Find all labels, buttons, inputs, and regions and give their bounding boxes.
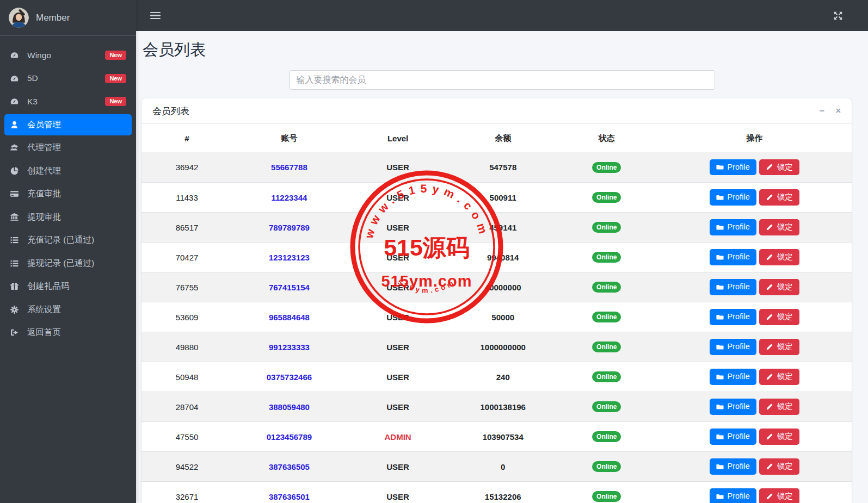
member-balance: 459141 xyxy=(450,223,556,232)
sidebar-item-wingo[interactable]: WingoNew xyxy=(4,45,132,66)
sidebar: Member WingoNew5DNewK3New会员管理代理管理创建代理充值审… xyxy=(0,0,136,503)
sidebar-item-recharge-records[interactable]: 充值记录 (已通过) xyxy=(4,229,132,251)
sidebar-item-back-home[interactable]: 返回首页 xyxy=(4,322,132,343)
close-icon[interactable]: × xyxy=(836,106,841,115)
member-id: 28704 xyxy=(141,402,232,412)
member-account-link[interactable]: 965884648 xyxy=(269,313,310,322)
pencil-icon xyxy=(766,463,773,470)
profile-button-label: Profile xyxy=(728,252,750,262)
sidebar-brand: Member xyxy=(0,0,136,36)
status-badge: Online xyxy=(592,431,621,442)
column-header-level: Level xyxy=(346,134,450,143)
member-account-link[interactable]: 767415154 xyxy=(269,283,310,292)
sidebar-item-label: 充值审批 xyxy=(27,188,61,200)
new-badge: New xyxy=(105,74,126,83)
member-balance: 40000000 xyxy=(450,283,556,292)
member-account-link[interactable]: 991233333 xyxy=(269,343,310,352)
card-title: 会员列表 xyxy=(152,105,189,117)
lock-button[interactable]: 锁定 xyxy=(759,279,799,295)
sidebar-item-create-giftcode[interactable]: 创建礼品码 xyxy=(4,276,132,297)
profile-button[interactable]: Profile xyxy=(710,249,756,265)
lock-button[interactable]: 锁定 xyxy=(759,399,799,414)
member-account-link[interactable]: 388059480 xyxy=(269,402,310,412)
member-level: USER xyxy=(346,163,450,172)
folder-icon xyxy=(716,223,724,231)
sidebar-item-label: 创建代理 xyxy=(27,165,61,177)
lock-button[interactable]: 锁定 xyxy=(759,159,799,175)
hamburger-menu-icon[interactable] xyxy=(150,10,161,21)
table-row: 70427123123123USER9940814OnlineProfile锁定 xyxy=(141,242,852,272)
member-account-link[interactable]: 387636501 xyxy=(269,492,310,501)
sidebar-item-5d[interactable]: 5DNew xyxy=(4,68,132,89)
member-list-card: 会员列表 − × # 账号 Level 余额 状态 操作 36942556677… xyxy=(141,98,852,503)
profile-button-label: Profile xyxy=(728,462,750,471)
lock-button-label: 锁定 xyxy=(777,163,793,172)
sidebar-item-withdraw-approval[interactable]: 提现审批 xyxy=(4,207,132,228)
lock-button[interactable]: 锁定 xyxy=(759,458,799,474)
sidebar-item-label: 系统设置 xyxy=(27,304,61,315)
member-balance: 500911 xyxy=(450,193,556,202)
lock-button[interactable]: 锁定 xyxy=(759,309,799,325)
member-account-link[interactable]: 123123123 xyxy=(269,253,310,262)
lock-button[interactable]: 锁定 xyxy=(759,249,799,265)
member-id: 36942 xyxy=(141,163,232,172)
sidebar-item-agent-management[interactable]: 代理管理 xyxy=(4,137,132,158)
profile-button[interactable]: Profile xyxy=(710,488,756,503)
sidebar-item-create-agent[interactable]: 创建代理 xyxy=(4,160,132,182)
member-level: USER xyxy=(346,462,450,471)
profile-button[interactable]: Profile xyxy=(710,309,756,325)
table-row: 76755767415154USER40000000OnlineProfile锁… xyxy=(141,272,852,302)
profile-button-label: Profile xyxy=(728,163,750,172)
member-account-link[interactable]: 0375732466 xyxy=(267,372,312,382)
member-account-link[interactable]: 789789789 xyxy=(269,223,310,232)
profile-button[interactable]: Profile xyxy=(710,279,756,295)
profile-button[interactable]: Profile xyxy=(710,219,756,235)
member-account-link[interactable]: 55667788 xyxy=(271,163,307,172)
member-level: USER xyxy=(346,492,450,501)
table-row: 1143311223344USER500911OnlineProfile锁定 xyxy=(141,182,852,212)
sidebar-item-member-management[interactable]: 会员管理 xyxy=(4,114,132,135)
sidebar-item-recharge-approval[interactable]: 充值审批 xyxy=(4,183,132,204)
profile-button[interactable]: Profile xyxy=(710,339,756,355)
member-search-input[interactable] xyxy=(290,70,715,90)
minimize-icon[interactable]: − xyxy=(820,106,824,115)
member-account-link[interactable]: 387636505 xyxy=(269,462,310,471)
member-balance: 50000 xyxy=(450,313,556,322)
lock-button-label: 锁定 xyxy=(777,312,793,321)
sidebar-item-system-settings[interactable]: 系统设置 xyxy=(4,299,132,320)
member-account-link[interactable]: 11223344 xyxy=(271,193,307,202)
profile-button[interactable]: Profile xyxy=(710,458,756,474)
member-account-link[interactable]: 0123456789 xyxy=(267,432,312,442)
profile-button[interactable]: Profile xyxy=(710,159,756,175)
sidebar-item-withdraw-records[interactable]: 提现记录 (已通过) xyxy=(4,253,132,274)
lock-button[interactable]: 锁定 xyxy=(759,429,799,444)
brand-label: Member xyxy=(36,13,70,23)
sidebar-item-label: 创建礼品码 xyxy=(27,281,70,292)
member-id: 76755 xyxy=(141,283,232,292)
pencil-icon xyxy=(766,163,773,171)
lock-button[interactable]: 锁定 xyxy=(759,369,799,384)
member-id: 94522 xyxy=(141,462,232,471)
lock-button-label: 锁定 xyxy=(777,282,793,291)
member-level: USER xyxy=(346,343,450,352)
lock-button[interactable]: 锁定 xyxy=(759,219,799,235)
fullscreen-expand-icon[interactable] xyxy=(833,11,843,21)
profile-button[interactable]: Profile xyxy=(710,429,756,444)
column-header-actions: 操作 xyxy=(657,133,852,144)
profile-button[interactable]: Profile xyxy=(710,399,756,414)
folder-icon xyxy=(716,283,724,291)
sidebar-item-k3[interactable]: K3New xyxy=(4,91,132,112)
list-icon xyxy=(10,236,21,245)
profile-button[interactable]: Profile xyxy=(710,189,756,205)
table-row: 49880991233333USER1000000000OnlineProfil… xyxy=(141,332,852,362)
lock-button[interactable]: 锁定 xyxy=(759,339,799,355)
member-level: USER xyxy=(346,283,450,292)
lock-button[interactable]: 锁定 xyxy=(759,488,799,503)
lock-button[interactable]: 锁定 xyxy=(759,189,799,205)
member-level: USER xyxy=(346,313,450,322)
new-badge: New xyxy=(105,51,126,60)
profile-button[interactable]: Profile xyxy=(710,369,756,384)
status-badge: Online xyxy=(592,401,621,412)
table-header-row: # 账号 Level 余额 状态 操作 xyxy=(141,124,852,152)
table-row: 28704388059480USER1000138196OnlineProfil… xyxy=(141,392,852,421)
